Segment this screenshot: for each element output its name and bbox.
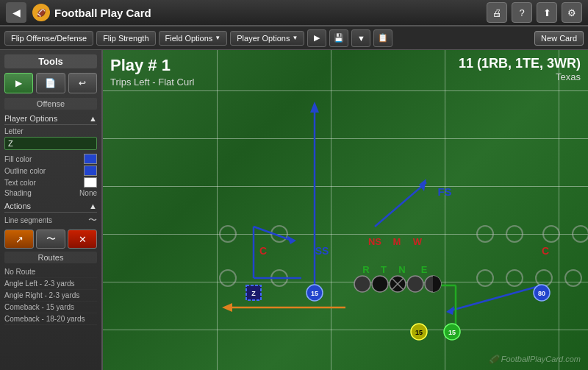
svg-point-31	[407, 276, 423, 292]
field-line-h6	[103, 330, 588, 330]
svg-point-41	[444, 324, 460, 340]
svg-text:W: W	[413, 236, 423, 247]
svg-text:15: 15	[311, 290, 318, 297]
field-line-h4	[103, 234, 588, 235]
new-card-button[interactable]: New Card	[534, 31, 584, 46]
card-button[interactable]: 📋	[373, 29, 392, 47]
route-comeback-15[interactable]: Comeback - 15 yards	[4, 302, 97, 313]
field-line-h2	[103, 138, 588, 139]
fill-color-row: Fill color	[4, 154, 97, 164]
svg-point-1	[271, 270, 287, 286]
delete-button[interactable]: ✕	[68, 230, 97, 249]
svg-text:R: R	[362, 264, 370, 275]
field-area[interactable]: Play # 1 Trips Left - Flat Curl 11 (1RB,…	[103, 50, 588, 370]
logo-icon: 🏈	[32, 4, 50, 21]
svg-point-35	[306, 285, 323, 301]
video-button[interactable]: ▶	[307, 29, 326, 47]
flip-offense-button[interactable]: Flip Offense/Defense	[4, 31, 93, 46]
text-color-swatch[interactable]	[84, 177, 97, 188]
save-button[interactable]: 💾	[329, 29, 348, 47]
undo-tool[interactable]: ↩	[68, 73, 97, 93]
watermark: 🏈 FootballPlayCard.com	[489, 355, 581, 364]
svg-marker-19	[287, 235, 296, 244]
player-options-section: Player Options ▲	[4, 113, 97, 125]
svg-point-27	[354, 276, 370, 292]
shading-row: Shading None	[4, 189, 97, 197]
field-line-h3	[103, 186, 588, 187]
svg-point-32	[425, 276, 441, 292]
route-angle-left[interactable]: Angle Left - 2-3 yards	[4, 278, 97, 290]
play-info: Play # 1 Trips Left - Flat Curl	[110, 56, 194, 88]
svg-point-4	[536, 270, 552, 286]
formation-sub: Texas	[459, 71, 581, 82]
help-button[interactable]: ?	[512, 2, 532, 23]
letter-input[interactable]	[4, 137, 97, 150]
fill-color-swatch[interactable]	[84, 154, 97, 164]
share-button[interactable]: ⬆	[537, 2, 557, 23]
arrow-button[interactable]: ↗	[4, 230, 34, 249]
flip-strength-button[interactable]: Flip Strength	[96, 31, 155, 46]
page-tool[interactable]: 📄	[36, 73, 65, 93]
field-svg-overlay: Z 15 80 15 15 C SS NS M W R T N E FS C	[103, 50, 588, 370]
field-line-v4	[559, 50, 559, 370]
svg-marker-15	[419, 179, 426, 191]
svg-point-0	[220, 270, 236, 286]
wave-button[interactable]: 〜	[36, 230, 65, 249]
svg-line-14	[375, 182, 426, 227]
field-line-h5	[103, 282, 588, 282]
formation-info: 11 (1RB, 1TE, 3WR) Texas	[459, 56, 581, 82]
settings-button[interactable]: ⚙	[562, 2, 582, 23]
svg-marker-21	[446, 306, 454, 315]
outline-color-swatch[interactable]	[84, 166, 97, 176]
player-options-button[interactable]: Player Options ▼	[230, 31, 304, 46]
app-logo: 🏈 Football Play Card	[32, 4, 487, 21]
svg-text:E: E	[421, 264, 428, 275]
svg-point-5	[565, 270, 581, 286]
actions-section: Actions ▲	[4, 200, 97, 213]
sidebar-title: Tools	[4, 54, 97, 68]
route-angle-right[interactable]: Angle Right - 2-3 yards	[4, 290, 97, 302]
route-comeback-18[interactable]: Comeback - 18-20 yards	[4, 313, 97, 325]
app-title: Football Play Card	[54, 7, 151, 19]
field-line-v2	[331, 50, 331, 370]
svg-text:80: 80	[538, 290, 545, 297]
svg-text:Z: Z	[251, 290, 256, 297]
main-content: Tools ▶ 📄 ↩ Offense Player Options ▲ Let…	[0, 50, 588, 370]
sidebar: Tools ▶ 📄 ↩ Offense Player Options ▲ Let…	[0, 50, 103, 370]
routes-label: Routes	[4, 252, 97, 263]
svg-line-29	[392, 278, 404, 290]
text-color-row: Text color	[4, 177, 97, 188]
tool-buttons: ▶ 📄 ↩	[4, 73, 97, 93]
svg-text:C: C	[259, 245, 267, 257]
svg-point-37	[534, 285, 550, 301]
field-line-h1	[103, 90, 588, 91]
field-line-v1	[217, 50, 218, 370]
svg-text:T: T	[381, 264, 387, 275]
field-options-button[interactable]: Field Options ▼	[159, 31, 228, 46]
route-no-route[interactable]: No Route	[4, 266, 97, 278]
svg-text:N: N	[398, 264, 405, 275]
svg-marker-23	[222, 303, 232, 312]
svg-point-28	[390, 276, 406, 292]
svg-line-30	[392, 278, 404, 290]
outline-color-row: Outline color	[4, 166, 97, 176]
svg-line-20	[448, 285, 542, 311]
save-dropdown[interactable]: ▼	[351, 29, 370, 47]
play-number: Play # 1	[110, 56, 194, 75]
app-header: ◀ 🏈 Football Play Card 🖨 ? ⬆ ⚙	[0, 0, 588, 26]
svg-rect-33	[246, 285, 261, 300]
svg-text:M: M	[393, 236, 401, 247]
action-buttons: ↗ 〜 ✕	[4, 230, 97, 249]
player-options-arrow: ▼	[292, 35, 298, 41]
svg-marker-13	[310, 102, 319, 113]
svg-text:NS: NS	[368, 236, 381, 247]
print-button[interactable]: 🖨	[487, 2, 507, 23]
cursor-tool[interactable]: ▶	[4, 73, 33, 93]
field-options-arrow: ▼	[215, 35, 220, 41]
svg-point-26	[372, 276, 388, 292]
back-button[interactable]: ◀	[6, 2, 26, 23]
svg-point-3	[506, 270, 523, 286]
formation-name: 11 (1RB, 1TE, 3WR)	[459, 56, 581, 71]
main-toolbar: Flip Offense/Defense Flip Strength Field…	[0, 26, 588, 50]
offense-label: Offense	[4, 98, 97, 110]
